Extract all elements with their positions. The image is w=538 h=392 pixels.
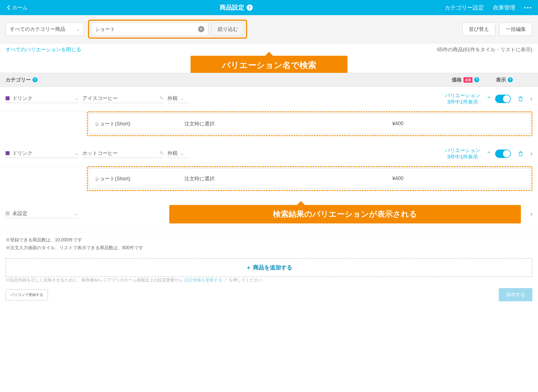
chevron-down-icon: ⌄ xyxy=(180,95,184,101)
nav-inventory[interactable]: 在庫管理 xyxy=(493,4,515,11)
var-count: 3件中1件表示 xyxy=(445,154,480,160)
save-label: 保存する xyxy=(506,292,525,297)
callout-results: 検索結果のバリエーションが表示される xyxy=(169,205,521,223)
required-badge: 必須 xyxy=(463,77,472,83)
category-field[interactable]: 未設定 ⌄ xyxy=(6,210,78,218)
category-color-icon xyxy=(6,96,10,100)
sort-label: 並び替え xyxy=(469,26,489,32)
product-name-field[interactable]: ホットコーヒー ✎ xyxy=(82,150,164,158)
callout-search: バリエーション名で検索 xyxy=(191,56,347,75)
category-value: 未設定 xyxy=(12,210,27,217)
chevron-left-icon xyxy=(7,5,11,10)
display-toggle[interactable] xyxy=(495,150,511,158)
product-count: 65件の商品(61件をタイル・リストに表示) xyxy=(437,46,532,53)
var-label: バリエーション xyxy=(445,147,480,154)
help-icon[interactable]: ? xyxy=(33,77,38,82)
variation-name: ショート(Short) xyxy=(95,120,184,127)
category-value: ドリンク xyxy=(12,150,33,157)
back-label: ホーム xyxy=(12,4,27,11)
variation-info[interactable]: バリエーション 3件中1件表示 xyxy=(445,147,480,160)
help-icon[interactable]: ? xyxy=(474,77,479,82)
tax-value: 外税 xyxy=(168,150,178,157)
chevron-up-icon[interactable]: ⌃ xyxy=(486,150,491,157)
chevron-down-icon: ⌄ xyxy=(74,150,78,156)
variation-select: 注文時に選択 xyxy=(184,120,271,127)
pc-register-button[interactable]: パソコンで登録する xyxy=(6,289,48,300)
display-toggle[interactable] xyxy=(495,95,511,103)
trash-icon[interactable] xyxy=(518,151,524,157)
callout-search-text: バリエーション名で検索 xyxy=(191,56,347,75)
search-highlight: ショート ✕ 絞り込む xyxy=(88,20,247,39)
category-select-value: すべてのカテゴリー商品 xyxy=(10,26,65,32)
category-select[interactable]: すべてのカテゴリー商品 ⌄ xyxy=(6,22,84,36)
chevron-down-icon: ⌄ xyxy=(76,26,80,32)
filter-label: 絞り込む xyxy=(218,26,238,32)
save-button[interactable]: 保存する xyxy=(499,288,532,301)
column-headers: カテゴリー? 価格必須? 表示? xyxy=(0,73,538,87)
callout-results-text: 検索結果のバリエーションが表示される xyxy=(169,205,521,223)
variation-select: 注文時に選択 xyxy=(184,175,271,182)
chevron-right-icon[interactable]: › xyxy=(530,150,532,157)
add-product-button[interactable]: ＋ 商品を追加する xyxy=(6,258,532,277)
variation-info[interactable]: バリエーション 3件中1件表示 xyxy=(445,92,480,106)
variation-name: ショート(Short) xyxy=(95,175,184,182)
category-field[interactable]: ドリンク ⌄ xyxy=(6,95,78,103)
product-name: ホットコーヒー xyxy=(82,150,118,157)
tax-field[interactable]: 外税⌄ xyxy=(168,95,190,103)
sort-button[interactable]: 並び替え xyxy=(462,22,495,36)
bulk-edit-button[interactable]: 一括編集 xyxy=(499,22,532,36)
search-input[interactable]: ショート ✕ xyxy=(91,22,208,36)
add-product-label: ＋ 商品を追加する xyxy=(246,264,292,270)
hint-link[interactable]: 設定情報を更新する xyxy=(184,277,222,282)
product-name: アイスコーヒー xyxy=(82,95,118,102)
chevron-down-icon: ⌄ xyxy=(74,95,78,101)
var-count: 3件中1件表示 xyxy=(445,99,480,105)
hint-post: を押してください xyxy=(229,277,262,282)
title-text: 商品設定 xyxy=(220,3,244,12)
chevron-down-icon: ⌄ xyxy=(180,150,184,156)
chevron-right-icon[interactable]: › xyxy=(530,211,532,218)
tax-field[interactable]: 外税⌄ xyxy=(168,150,190,158)
search-value: ショート xyxy=(95,26,115,32)
note-line: ※注文入力画面のタイル、リストで表示できる商品数は、800件です xyxy=(6,244,532,252)
bulk-label: 一括編集 xyxy=(506,26,526,32)
variation-result: ショート(Short) 注文時に選択 ¥400 xyxy=(87,111,532,136)
col-display: 表示 xyxy=(496,76,506,83)
pencil-icon[interactable]: ✎ xyxy=(159,95,164,101)
product-row: ドリンク ⌄ ホットコーヒー ✎ 外税⌄ バリエーション 3件中1件表示 ⌃ › xyxy=(0,142,538,166)
help-icon[interactable]: ? xyxy=(247,4,253,11)
variation-result: ショート(Short) 注文時に選択 ¥400 xyxy=(87,166,532,191)
category-color-icon xyxy=(6,151,10,155)
tax-value: 外税 xyxy=(168,95,178,102)
variation-price: ¥400 xyxy=(271,176,525,181)
back-button[interactable]: ホーム xyxy=(7,4,27,11)
category-color-icon xyxy=(6,211,10,215)
close-all-variations[interactable]: すべてのバリエーションを閉じる xyxy=(6,46,81,53)
nav-category[interactable]: カテゴリー設定 xyxy=(445,4,484,11)
product-row: ドリンク ⌄ アイスコーヒー ✎ 外税⌄ バリエーション 3件中1件表示 ⌃ › xyxy=(0,87,538,111)
chevron-down-icon: ⌄ xyxy=(74,210,78,216)
more-icon[interactable] xyxy=(524,7,531,8)
notes: ※登録できる商品数は、10,000件です ※注文入力画面のタイル、リストで表示で… xyxy=(0,232,538,256)
page-title: 商品設定 ? xyxy=(220,3,253,12)
col-price: 価格 xyxy=(452,76,462,83)
var-label: バリエーション xyxy=(445,92,480,99)
chevron-right-icon[interactable]: › xyxy=(530,95,532,102)
category-field[interactable]: ドリンク ⌄ xyxy=(6,150,78,158)
clear-icon[interactable]: ✕ xyxy=(198,26,204,32)
col-category: カテゴリー xyxy=(6,76,31,83)
help-icon[interactable]: ? xyxy=(508,77,513,82)
pc-register-label: パソコンで登録する xyxy=(10,293,43,297)
hint-pre: ※設定内容を正しく反映させるために、保存後Airレジアプリのホーム画面左上の設定… xyxy=(6,277,183,282)
variation-price: ¥400 xyxy=(271,121,525,127)
filter-button[interactable]: 絞り込む xyxy=(211,22,244,36)
product-name-field[interactable]: アイスコーヒー ✎ xyxy=(82,95,164,103)
product-row: 未設定 ⌄ 検索結果のバリエーションが表示される › xyxy=(0,197,538,232)
trash-icon[interactable] xyxy=(518,96,524,102)
footer-hint: ※設定内容を正しく反映させるために、保存後Airレジアプリのホーム画面左上の設定… xyxy=(6,277,532,283)
note-line: ※登録できる商品数は、10,000件です xyxy=(6,236,532,244)
pencil-icon[interactable]: ✎ xyxy=(159,150,164,156)
category-value: ドリンク xyxy=(12,95,33,102)
chevron-up-icon[interactable]: ⌃ xyxy=(486,95,491,102)
